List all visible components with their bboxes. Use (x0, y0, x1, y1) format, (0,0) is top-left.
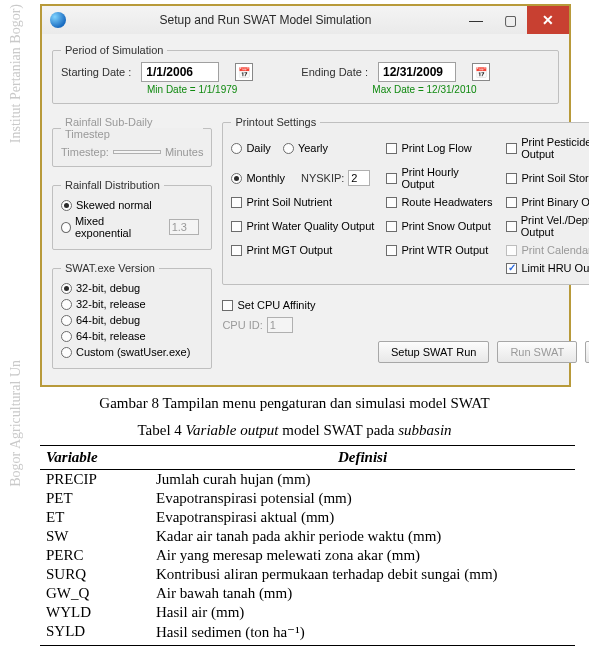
timestep-label: Timestep: (61, 146, 109, 158)
radio-32-release[interactable]: 32-bit, release (61, 298, 146, 310)
calendar-icon[interactable]: 📅 (472, 63, 490, 81)
table-row: SURQKontribusi aliran permukaan terhadap… (40, 565, 575, 584)
radio-daily[interactable]: Daily (231, 142, 270, 154)
run-swat-button: Run SWAT (497, 341, 577, 363)
check-route-headwaters[interactable]: Route Headwaters (386, 196, 492, 208)
check-print-pesticide[interactable]: Print Pesticide Output (506, 136, 589, 160)
table-row: PERCAir yang meresap melewati zona akar … (40, 546, 575, 565)
check-print-snow[interactable]: Print Snow Output (386, 220, 490, 232)
start-date-input[interactable]: 1/1/2006 (141, 62, 219, 82)
swatexe-legend: SWAT.exe Version (61, 262, 159, 274)
watermark-text: Institut Pertanian Bogor) (8, 4, 24, 143)
timestep-unit: Minutes (165, 146, 204, 158)
mixed-exp-value: 1.3 (169, 219, 200, 235)
nyskip-label: NYSKIP: (301, 172, 344, 184)
timestep-legend: Rainfall Sub-Daily Timestep (61, 116, 203, 140)
table-row: SYLDHasil sedimen (ton ha⁻¹) (40, 622, 575, 646)
table-row: SWKadar air tanah pada akhir periode wak… (40, 527, 575, 546)
table-row: ETEvapotranspirasi aktual (mm) (40, 508, 575, 527)
window-close-button[interactable]: ✕ (527, 6, 569, 34)
check-print-calendar: Print Calendar Dates (506, 244, 589, 256)
check-limit-hru[interactable]: Limit HRU Output (506, 262, 589, 274)
min-date-hint: Min Date = 1/1/1979 (147, 84, 237, 95)
table-row: WYLDHasil air (mm) (40, 603, 575, 622)
check-set-cpu-affinity[interactable]: Set CPU Affinity (222, 299, 315, 311)
cancel-button[interactable]: Cancel (585, 341, 589, 363)
table-row: PRECIPJumlah curah hujan (mm) (40, 470, 575, 490)
max-date-hint: Max Date = 12/31/2010 (372, 84, 476, 95)
titlebar[interactable]: Setup and Run SWAT Model Simulation — ▢ … (42, 6, 569, 34)
end-date-label: Ending Date : (301, 66, 368, 78)
radio-yearly[interactable]: Yearly (283, 142, 328, 154)
printout-group: Printout Settings Daily Yearly Print Log… (222, 116, 589, 285)
check-print-binary[interactable]: Print Binary Output (506, 196, 589, 208)
check-print-wtr[interactable]: Print WTR Output (386, 244, 488, 256)
window-maximize-button[interactable]: ▢ (493, 6, 527, 34)
rainfall-dist-group: Rainfall Distribution Skewed normal Mixe… (52, 179, 212, 250)
setup-swat-button[interactable]: Setup SWAT Run (378, 341, 489, 363)
period-group: Period of Simulation Starting Date : 1/1… (52, 44, 559, 104)
table-row: PETEvapotranspirasi potensial (mm) (40, 489, 575, 508)
timestep-input (113, 150, 161, 154)
start-date-label: Starting Date : (61, 66, 131, 78)
table-caption: Tabel 4 Variable output model SWAT pada … (40, 422, 549, 439)
table-row: GW_QAir bawah tanah (mm) (40, 584, 575, 603)
window-minimize-button[interactable]: — (459, 6, 493, 34)
rainfall-dist-legend: Rainfall Distribution (61, 179, 164, 191)
radio-monthly[interactable]: Monthly (231, 172, 285, 184)
radio-skewed-normal[interactable]: Skewed normal (61, 199, 152, 211)
printout-legend: Printout Settings (231, 116, 320, 128)
variable-table: Variable Definisi PRECIPJumlah curah huj… (40, 445, 575, 646)
col-definition: Definisi (150, 446, 575, 470)
check-print-log-flow[interactable]: Print Log Flow (386, 142, 471, 154)
figure-caption: Gambar 8 Tampilan menu pengaturan dan si… (40, 395, 549, 412)
radio-32-debug[interactable]: 32-bit, debug (61, 282, 140, 294)
timestep-group: Rainfall Sub-Daily Timestep Timestep: Mi… (52, 116, 212, 167)
check-print-hourly[interactable]: Print Hourly Output (386, 166, 494, 190)
cpu-id-label: CPU ID: (222, 319, 262, 331)
end-date-input[interactable]: 12/31/2009 (378, 62, 456, 82)
radio-mixed-exponential[interactable]: Mixed exponential (61, 215, 153, 239)
radio-64-release[interactable]: 64-bit, release (61, 330, 146, 342)
check-print-vel-depth[interactable]: Print Vel./Depth Output (506, 214, 589, 238)
check-print-mgt[interactable]: Print MGT Output (231, 244, 332, 256)
radio-custom-exe[interactable]: Custom (swatUser.exe) (61, 346, 190, 358)
watermark-text: Bogor Agricultural Un (8, 360, 24, 487)
swat-window: Setup and Run SWAT Model Simulation — ▢ … (40, 4, 571, 387)
calendar-icon[interactable]: 📅 (235, 63, 253, 81)
app-icon (50, 12, 66, 28)
window-title: Setup and Run SWAT Model Simulation (72, 13, 459, 27)
check-print-water-quality[interactable]: Print Water Quality Output (231, 220, 374, 232)
swatexe-group: SWAT.exe Version 32-bit, debug 32-bit, r… (52, 262, 212, 369)
radio-64-debug[interactable]: 64-bit, debug (61, 314, 140, 326)
check-print-soil-nutrient[interactable]: Print Soil Nutrient (231, 196, 332, 208)
cpu-id-input: 1 (267, 317, 293, 333)
nyskip-input[interactable]: 2 (348, 170, 370, 186)
check-print-soil-storage[interactable]: Print Soil Storage (506, 172, 589, 184)
period-legend: Period of Simulation (61, 44, 167, 56)
col-variable: Variable (40, 446, 150, 470)
